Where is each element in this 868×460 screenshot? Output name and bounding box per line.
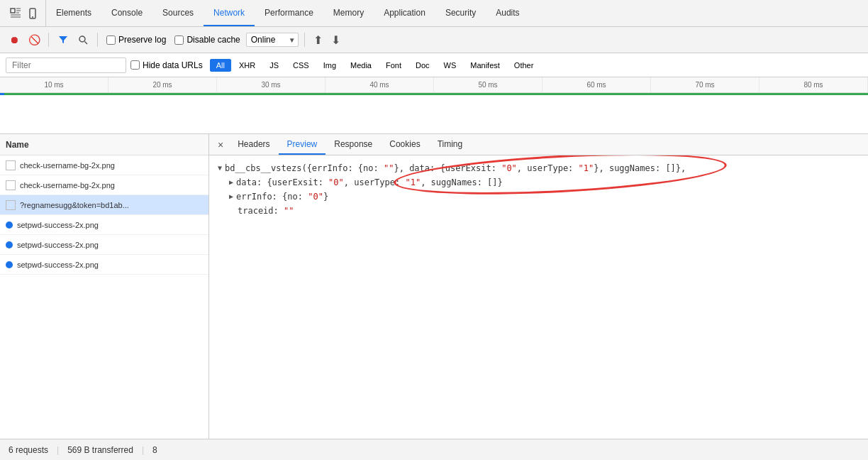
detail-panel: × Headers Preview Response Cookies Timin…	[209, 134, 868, 439]
disable-cache-checkbox[interactable]: Disable cache	[174, 35, 240, 45]
list-item[interactable]: ?regnamesugg&token=bd1ab...	[0, 195, 208, 215]
timeline-green-bar	[0, 93, 868, 95]
tick-20ms: 20 ms	[108, 77, 217, 92]
filter-type-manifest[interactable]: Manifest	[464, 59, 506, 72]
truncated-value: 8	[152, 445, 157, 455]
throttle-dropdown[interactable]: Online Fast 3G Slow 3G Offline	[246, 33, 299, 47]
filter-type-other[interactable]: Other	[508, 59, 540, 72]
hide-data-urls-checkbox[interactable]: Hide data URLs	[130, 60, 203, 70]
status-sep-2: |	[142, 445, 144, 455]
json-line-1: ▼ bd__cbs__vstezs({errInfo: {no: ""}, da…	[218, 161, 859, 175]
list-item[interactable]: check-username-bg-2x.png	[0, 175, 208, 195]
tab-preview[interactable]: Preview	[279, 134, 326, 155]
tab-application[interactable]: Application	[374, 0, 435, 26]
blue-dot-icon	[6, 261, 13, 268]
import-button[interactable]: ⬆	[311, 33, 326, 47]
record-button[interactable]: ⏺	[6, 31, 23, 48]
svg-point-2	[32, 16, 33, 18]
mobile-icon[interactable]	[26, 6, 40, 21]
requests-header: Name	[0, 134, 208, 155]
separator-1	[48, 33, 49, 47]
filter-type-ws[interactable]: WS	[438, 59, 463, 72]
separator-3	[304, 33, 305, 47]
list-item[interactable]: setpwd-success-2x.png	[0, 255, 208, 275]
tab-headers[interactable]: Headers	[229, 134, 278, 155]
filter-type-xhr[interactable]: XHR	[233, 59, 262, 72]
tab-elements[interactable]: Elements	[46, 0, 101, 26]
blue-dot-icon	[6, 241, 13, 248]
tab-cookies[interactable]: Cookies	[381, 134, 428, 155]
svg-rect-0	[11, 9, 15, 13]
tab-console[interactable]: Console	[101, 0, 152, 26]
disable-cache-input[interactable]	[174, 35, 184, 45]
json-toggle-3[interactable]: ▶	[229, 190, 233, 204]
preserve-log-input[interactable]	[106, 35, 116, 45]
timeline-blue-bar	[0, 93, 4, 95]
svg-point-3	[79, 36, 85, 42]
tick-60ms: 60 ms	[542, 77, 651, 92]
tick-30ms: 30 ms	[217, 77, 326, 92]
filter-type-buttons: All XHR JS CSS Img Media Font Doc WS Man…	[210, 59, 540, 72]
file-icon	[6, 200, 16, 210]
request-name: setpwd-success-2x.png	[17, 241, 203, 249]
filter-type-media[interactable]: Media	[344, 59, 378, 72]
search-icon[interactable]	[74, 31, 91, 48]
request-name: check-username-bg-2x.png	[20, 181, 203, 190]
timeline-area: 10 ms 20 ms 30 ms 40 ms 50 ms 60 ms 70 m…	[0, 77, 868, 134]
main-tabs: Elements Console Sources Network Perform…	[46, 0, 530, 26]
list-item[interactable]: check-username-bg-2x.png	[0, 155, 208, 175]
svg-line-4	[85, 42, 88, 45]
tab-network[interactable]: Network	[204, 0, 255, 26]
json-line-2: ▶ data: {userExsit: "0", userType: "1", …	[218, 175, 859, 190]
export-button[interactable]: ⬇	[328, 33, 343, 47]
json-toggle-2[interactable]: ▶	[229, 175, 233, 190]
detail-tabs: × Headers Preview Response Cookies Timin…	[209, 134, 868, 155]
filter-icon[interactable]	[55, 31, 72, 48]
tab-performance[interactable]: Performance	[255, 0, 323, 26]
tick-40ms: 40 ms	[326, 77, 434, 92]
tab-sources[interactable]: Sources	[152, 0, 204, 26]
throttle-dropdown-wrap: Online Fast 3G Slow 3G Offline ▼	[246, 33, 299, 47]
requests-count: 6 requests	[9, 445, 48, 455]
preserve-log-checkbox[interactable]: Preserve log	[106, 35, 166, 45]
filter-type-js[interactable]: JS	[263, 59, 285, 72]
transferred-size: 569 B transferred	[67, 445, 133, 455]
json-content-4: traceid: ""	[238, 204, 294, 218]
blue-dot-icon	[6, 221, 13, 229]
filter-type-css[interactable]: CSS	[286, 59, 316, 72]
status-bar: 6 requests | 569 B transferred | 8	[0, 439, 868, 460]
tab-audits[interactable]: Audits	[486, 0, 529, 26]
tab-bar: Elements Console Sources Network Perform…	[0, 0, 868, 27]
main-area: Name check-username-bg-2x.png check-user…	[0, 134, 868, 439]
clear-button[interactable]: 🚫	[26, 31, 43, 48]
filter-type-img[interactable]: Img	[317, 59, 343, 72]
filter-type-all[interactable]: All	[210, 59, 231, 72]
json-line-3: ▶ errInfo: {no: "0"}	[218, 190, 859, 204]
json-line-4: traceid: ""	[218, 204, 859, 218]
close-button[interactable]: ×	[212, 139, 229, 150]
separator-2	[97, 33, 98, 47]
request-name: setpwd-success-2x.png	[17, 261, 203, 269]
tick-70ms: 70 ms	[651, 77, 760, 92]
inspect-icon[interactable]	[9, 6, 23, 21]
tab-timing[interactable]: Timing	[429, 134, 472, 155]
filter-type-doc[interactable]: Doc	[409, 59, 436, 72]
request-name: check-username-bg-2x.png	[20, 161, 203, 170]
filter-input[interactable]	[6, 58, 126, 73]
timeline-ruler: 10 ms 20 ms 30 ms 40 ms 50 ms 60 ms 70 m…	[0, 77, 868, 93]
json-content-1: bd__cbs__vstezs({errInfo: {no: ""}, data…	[225, 161, 686, 175]
tab-security[interactable]: Security	[435, 0, 486, 26]
tick-10ms: 10 ms	[0, 77, 108, 92]
json-content-3: errInfo: {no: "0"}	[236, 190, 328, 204]
request-name: ?regnamesugg&token=bd1ab...	[20, 201, 203, 209]
hide-data-urls-input[interactable]	[130, 60, 140, 70]
list-item[interactable]: setpwd-success-2x.png	[0, 215, 208, 235]
preview-content: ▼ bd__cbs__vstezs({errInfo: {no: ""}, da…	[209, 155, 868, 439]
json-toggle-1[interactable]: ▼	[218, 161, 222, 175]
tab-response[interactable]: Response	[326, 134, 381, 155]
devtools-icons	[3, 0, 46, 26]
tab-memory[interactable]: Memory	[323, 0, 374, 26]
filter-type-font[interactable]: Font	[379, 59, 408, 72]
list-item[interactable]: setpwd-success-2x.png	[0, 235, 208, 255]
tick-50ms: 50 ms	[434, 77, 542, 92]
